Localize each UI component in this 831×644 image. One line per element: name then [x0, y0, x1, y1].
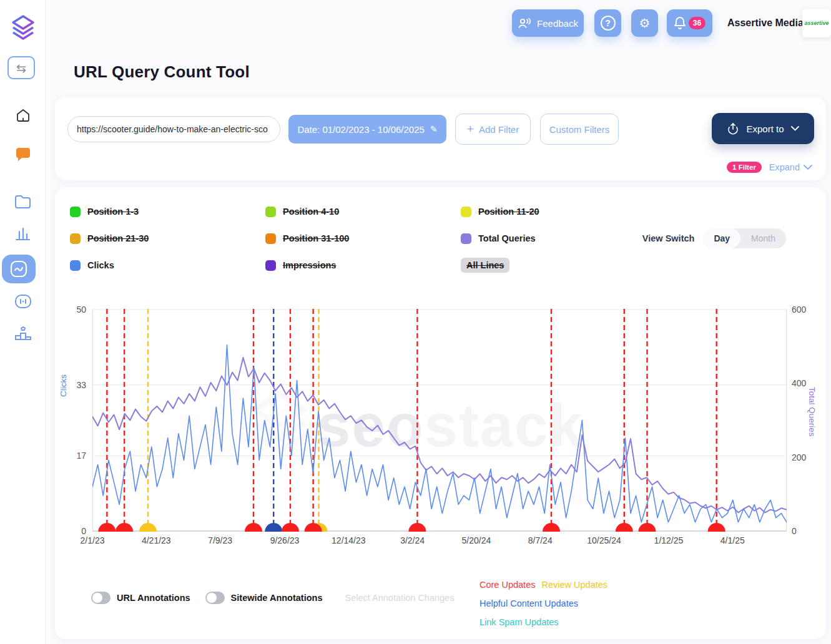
- x-tick-label: 7/9/23: [208, 535, 232, 545]
- sidebar-item-folders[interactable]: [0, 195, 46, 209]
- sidebar-item-home[interactable]: [0, 107, 46, 124]
- plus-icon: +: [467, 122, 474, 136]
- seostack-logo-icon: [9, 14, 37, 44]
- all-lines-chip[interactable]: All Lines: [461, 258, 509, 273]
- gear-icon: ⚙: [639, 16, 651, 31]
- x-tick-label: 5/20/24: [462, 535, 491, 545]
- legend-label: Impressions: [283, 260, 336, 270]
- custom-filters-label: Custom Filters: [549, 124, 610, 135]
- annotation-marker-core[interactable]: [616, 523, 633, 532]
- series-legend: Position 1-3Position 4-10Position 11-20P…: [70, 203, 656, 273]
- notifications-button[interactable]: 36: [667, 9, 712, 37]
- custom-filters-button[interactable]: Custom Filters: [540, 114, 619, 145]
- x-tick-label: 4/1/25: [720, 535, 745, 545]
- expand-filters-link[interactable]: Expand: [769, 162, 812, 172]
- legend-item[interactable]: All Lines: [461, 257, 656, 273]
- sitewide-annotations-label: Sitewide Annotations: [231, 593, 323, 603]
- legend-swatch: [265, 233, 276, 244]
- legend-item[interactable]: Position 11-20: [461, 203, 656, 220]
- app-logo: [0, 14, 46, 44]
- x-tick-label: 12/14/23: [332, 535, 366, 545]
- filter-count-badge: 1 Filter: [727, 162, 762, 173]
- filter-card: Date: 01/02/2023 - 10/06/2025 ✎ + Add Fi…: [55, 97, 826, 180]
- view-switch-month[interactable]: Month: [740, 228, 786, 248]
- legend-item[interactable]: Clicks: [70, 257, 265, 273]
- chart-plot-area[interactable]: [92, 309, 787, 532]
- annotation-marker-core[interactable]: [98, 523, 116, 532]
- annotation-marker-helpful[interactable]: [265, 523, 282, 532]
- left-tick-label: 0: [64, 526, 86, 536]
- chart-card: Position 1-3Position 4-10Position 11-20P…: [55, 187, 826, 639]
- sitewide-annotations-toggle[interactable]: [205, 592, 225, 604]
- series-left: [92, 345, 787, 522]
- annotation-marker-core[interactable]: [116, 523, 133, 532]
- right-tick-label: 200: [792, 452, 806, 462]
- export-label: Export to: [746, 124, 784, 134]
- folder-icon: [14, 195, 31, 209]
- view-switch-day[interactable]: Day: [703, 228, 740, 248]
- series-right: [92, 358, 787, 513]
- add-filter-button[interactable]: + Add Filter: [455, 114, 531, 145]
- help-icon: ?: [601, 16, 616, 31]
- sidebar-collapse-button[interactable]: ⇆: [7, 56, 35, 79]
- sidebar-item-chat[interactable]: [0, 147, 46, 163]
- feedback-button[interactable]: Feedback: [512, 9, 584, 37]
- left-tick-label: 17: [64, 451, 86, 461]
- legend-swatch: [70, 260, 81, 271]
- url-annotations-toggle[interactable]: [91, 592, 111, 604]
- line-chart-icon: [10, 260, 27, 278]
- annotation-marker-core[interactable]: [543, 523, 560, 532]
- legend-label: Position 21-30: [87, 233, 149, 243]
- edit-pencil-icon: ✎: [430, 124, 438, 134]
- chart-svg: [92, 309, 787, 532]
- legend-item[interactable]: Position 4-10: [265, 203, 461, 220]
- x-tick-label: 2/1/23: [81, 535, 105, 545]
- legend-swatch: [461, 207, 471, 217]
- settings-button[interactable]: ⚙: [631, 9, 658, 37]
- legend-item[interactable]: Impressions: [265, 257, 461, 273]
- bar-chart-icon: [14, 226, 31, 243]
- legend-label: Clicks: [87, 260, 114, 270]
- update-type-label: Core Updates: [479, 580, 535, 590]
- x-tick-label: 4/21/23: [142, 535, 171, 545]
- url-input[interactable]: [67, 116, 280, 142]
- url-annotations-toggle-row: URL Annotations: [91, 592, 190, 604]
- right-tick-label: 0: [792, 526, 797, 536]
- legend-item[interactable]: Total Queries: [461, 230, 656, 246]
- account-logo[interactable]: assertive: [802, 9, 831, 37]
- date-range-button[interactable]: Date: 01/02/2023 - 10/06/2025 ✎: [288, 115, 446, 144]
- add-filter-label: Add Filter: [479, 124, 519, 135]
- update-type-label: Link Spam Updates: [479, 617, 559, 627]
- account-name[interactable]: Assertive Media: [727, 17, 804, 29]
- help-button[interactable]: ?: [594, 9, 621, 37]
- export-upload-icon: [727, 122, 739, 135]
- export-button[interactable]: Export to: [712, 113, 814, 144]
- annotation-marker-core[interactable]: [245, 523, 262, 532]
- x-tick-label: 8/7/24: [528, 535, 553, 545]
- plug-socket-icon: [14, 293, 32, 310]
- legend-label: Position 1-3: [87, 207, 139, 217]
- legend-swatch: [70, 207, 81, 217]
- legend-item[interactable]: Position 1-3: [70, 203, 265, 220]
- annotation-marker-core[interactable]: [708, 523, 725, 532]
- legend-item[interactable]: Position 21-30: [70, 230, 265, 246]
- sidebar-item-integrations[interactable]: [0, 293, 46, 310]
- annotation-marker-core[interactable]: [638, 523, 656, 532]
- legend-item[interactable]: Position 31-100: [265, 230, 461, 246]
- legend-label: Total Queries: [478, 233, 536, 243]
- annotation-marker-review[interactable]: [139, 523, 157, 532]
- view-switch: View Switch Day Month: [642, 228, 786, 248]
- right-axis-title: Total Queries: [807, 387, 817, 437]
- right-tick-label: 400: [792, 378, 806, 388]
- sidebar-item-rankings[interactable]: [0, 326, 46, 343]
- legend-label: Position 4-10: [283, 207, 339, 217]
- sidebar-item-trends-active[interactable]: [2, 255, 36, 283]
- sidebar-item-bar-reports[interactable]: [0, 226, 46, 243]
- account-logo-text: assertive: [804, 20, 829, 26]
- update-type-label: Helpful Content Updates: [479, 598, 578, 608]
- legend-swatch: [265, 260, 276, 271]
- annotation-marker-core[interactable]: [408, 523, 426, 532]
- page-title: URL Query Count Tool: [74, 62, 250, 82]
- home-icon: [15, 107, 31, 124]
- annotation-marker-core[interactable]: [282, 523, 299, 532]
